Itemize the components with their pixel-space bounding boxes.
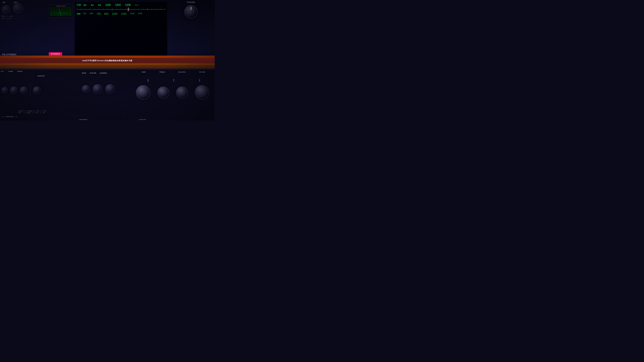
amp-section: AUX TUNER PHONO MONITOR SOUR [0,70,215,121]
right-panel-tuner: TUNING [168,0,215,63]
function-top-labels: AUX TUNER PHONO [1,71,23,72]
am-band-label: AM [77,12,80,15]
amplifier-label-container: ▲AMPLIFIER [138,118,146,121]
monitor-label: MONITOR [38,75,45,77]
left-panel: DE AFC REO — II — OFF NO — △ — ON FM STE… [0,0,47,63]
fm-freq-96: 96 [98,4,101,6]
display-area: TUNER INPUT 0 [47,2,168,58]
tape-text: TAPE — △ — MONO — △ — ON — △ — ON [18,112,46,114]
fm-band-label: FM [77,3,81,7]
volume-knob[interactable] [194,85,210,100]
fm-freq-92: 92 [91,4,94,6]
wood-line-top [0,56,215,56]
function-bottom-label: |—— FUNCTION ——| [2,116,17,117]
am-freq-600: 600 [90,12,93,15]
headphone-label-container: ▲HEADPHONE [79,118,87,121]
overlay-text: (twi打不开)探究Twirdora无法播放歌曲的原因及解决方案 [82,59,132,62]
right-controls: MODE HI-FILTER LOUDNESS BASS TREBLE BALA… [74,70,215,121]
tuner-input-label: TUNER INPUT [50,5,72,7]
fm-mhz-label: MHz [135,4,139,6]
tuner-section: DE AFC REO — II — OFF NO — △ — ON FM STE… [0,0,215,63]
indicator-lines [135,79,212,82]
bass-knob[interactable] [136,85,150,100]
monitor-knob[interactable] [33,86,41,94]
switch-line2: NO — △ — ON [2,17,12,20]
fm-freq-88: 88 [84,4,86,6]
de-label: DE [2,1,6,3]
amplifier-label-text: ▲AMPLIFIER [138,119,146,120]
mode-knobs-row [75,84,138,94]
freq-line-container [77,8,165,11]
am-freq-1200: 1200 [121,12,126,15]
am-freq-1400: 1400 [130,12,134,15]
frequency-display: FM 88 92 96 100 104 108 MHz [74,2,168,58]
tuner-input-display: TUNER INPUT 0 [49,4,73,18]
bass-indicator [148,79,148,82]
source-tape-container: SOURCE — II — STEREO — II — OFF — II — O… [18,110,46,114]
mode-label: MODE [82,72,86,74]
function-label-text: |—— [2,116,6,117]
loudness-label: LOUDNESS [100,72,107,74]
phono-knob[interactable] [20,86,28,94]
am-freq-1000: 1000 [112,12,118,15]
vu-meter: 0 1 2 3 4 5 [50,7,72,16]
balance-indicator [199,79,200,82]
switch-line1: REO — II — OFF [2,15,12,17]
de-knob[interactable] [2,5,10,14]
v-divider [30,84,30,96]
main-container: DE AFC REO — II — OFF NO — △ — ON FM STE… [0,0,215,121]
afc-knob[interactable] [13,3,23,13]
fm-stereo-line1: FM STEREO [2,53,16,56]
am-freq-530: 530 [83,12,86,15]
am-freq-1600: 1600 [138,12,142,15]
fm-freq-108: 108 [125,3,131,7]
source-tape-text: SOURCE — II — STEREO — II — OFF — II — O… [18,110,46,114]
am-scale: AM 530 600 700 800 1000 1200 1400 1600 [77,12,165,15]
balance-knob[interactable] [176,87,188,99]
fm-freq-104: 104 [115,3,121,7]
treble-indicator [174,79,174,82]
volume-label: VOLUME [199,71,205,73]
monitor-label-container: MONITOR [38,74,44,77]
function-section: AUX TUNER PHONO MONITOR SOUR [0,70,75,121]
freq-indicator [128,8,128,11]
loudness-knob[interactable] [105,84,115,94]
left-switches: REO — II — OFF NO — △ — ON [2,15,12,19]
aux-label: AUX [1,71,4,72]
big-knobs-row [132,85,213,100]
wood-line-bottom [0,65,215,65]
am-freq-700: 700 [96,12,101,15]
treble-label: TREBLE [159,71,165,73]
tuner-label: TUNER [8,71,13,72]
mode-controls-labels: MODE HI-FILTER LOUDNESS [75,72,138,74]
hi-filter-knob[interactable] [93,84,102,94]
tuning-label: TUNING [187,1,195,3]
am-frequencies: 530 600 700 800 1000 1200 1400 1600 [83,12,142,15]
source-text: SOURCE — II — STEREO — II — OFF — II — O… [18,110,46,112]
bass-label: BASS [142,71,146,73]
am-freq-800: 800 [104,12,108,15]
function-label-end: ——| [14,116,17,117]
tuning-knob[interactable] [184,5,198,18]
fm-freq-100: 100 [105,3,111,7]
fm-scale: FM 88 92 96 100 104 108 MHz [77,3,165,7]
stereo-badge: STEREO [49,52,62,56]
phono-label: PHONO [17,71,22,72]
fm-frequencies: 88 92 96 100 104 108 MHz [84,3,138,7]
headphone-label-text: ▲HEADPHONE [79,119,87,120]
overlay-banner: (twi打不开)探究Twirdora无法播放歌曲的原因及解决方案 [0,58,215,63]
treble-knob[interactable] [157,87,169,99]
function-label: FUNCTION [6,116,13,117]
bass-controls-labels: BASS TREBLE BALANCE VOLUME [135,71,212,73]
function-knobs-row [1,84,41,96]
aux-knob[interactable] [1,87,8,94]
hi-filter-label: HI-FILTER [90,72,96,74]
balance-label: BALANCE [178,71,186,73]
tuner-knob[interactable] [10,86,18,94]
mode-knob[interactable] [82,85,90,93]
